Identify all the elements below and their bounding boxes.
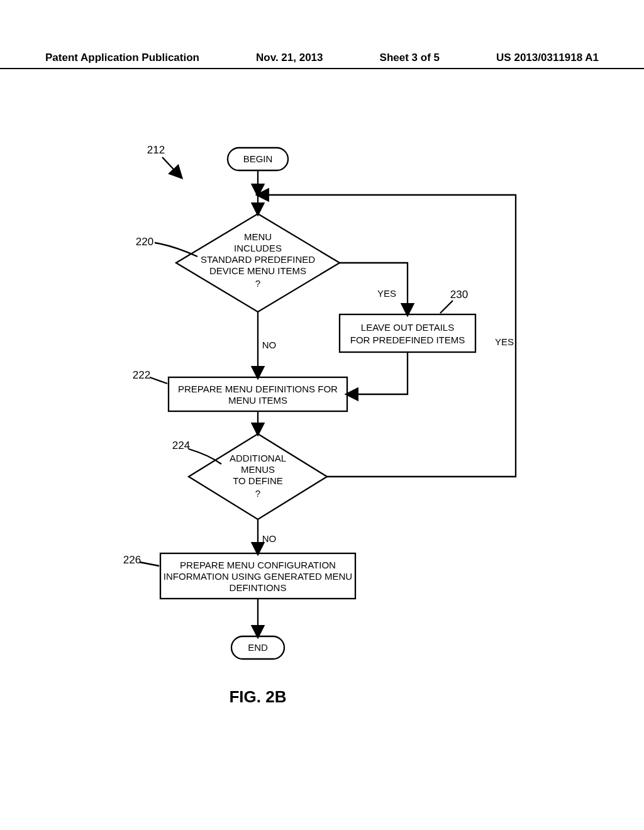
node-begin-label: BEGIN	[243, 153, 273, 164]
ref-224: 224	[172, 440, 190, 451]
p226-l1: PREPARE MENU CONFIGURATION	[180, 560, 336, 570]
p222-l2: MENU ITEMS	[228, 395, 287, 406]
ref-220: 220	[136, 236, 153, 248]
d224-l2: MENUS	[241, 464, 275, 475]
header-date: Nov. 21, 2013	[256, 52, 323, 64]
edge-d220-yes	[340, 263, 408, 314]
page: Patent Application Publication Nov. 21, …	[0, 0, 644, 830]
ref-230: 230	[450, 289, 468, 301]
d224-no-label: NO	[262, 533, 277, 544]
header-pubno: US 2013/0311918 A1	[496, 52, 599, 64]
p230-l1: LEAVE OUT DETAILS	[361, 322, 454, 333]
ref-220-leader	[155, 243, 197, 257]
p226-l2: INFORMATION USING GENERATED MENU	[164, 571, 352, 582]
d224-l1: ADDITIONAL	[230, 453, 286, 463]
ref-230-leader	[440, 301, 453, 313]
page-header: Patent Application Publication Nov. 21, …	[0, 52, 644, 69]
d220-yes-label: YES	[377, 288, 396, 299]
edge-230-to-222	[347, 352, 408, 394]
ref-226-leader	[140, 562, 159, 566]
d220-l5: ?	[255, 278, 260, 289]
d220-l4: DEVICE MENU ITEMS	[209, 265, 306, 276]
flowchart: BEGIN 212 MENU INCLUDES STANDARD PREDEFI…	[0, 126, 644, 729]
node-process-230	[340, 314, 475, 352]
figure-caption: FIG. 2B	[229, 687, 286, 706]
d224-l3: TO DEFINE	[233, 475, 283, 486]
d224-l4: ?	[255, 488, 260, 499]
ref-224-leader	[189, 449, 221, 464]
d220-l3: STANDARD PREDEFINED	[201, 254, 315, 265]
ref-212-leader	[162, 157, 181, 177]
d220-l1: MENU	[244, 231, 272, 242]
d220-l2: INCLUDES	[234, 243, 282, 253]
d220-no-label: NO	[262, 340, 277, 350]
node-end-label: END	[248, 642, 268, 653]
p230-l2: FOR PREDEFINED ITEMS	[350, 335, 465, 345]
p226-l3: DEFINTIONS	[230, 582, 287, 593]
header-sheet: Sheet 3 of 5	[380, 52, 440, 64]
ref-222: 222	[133, 369, 150, 381]
p222-l1: PREPARE MENU DEFINITIONS FOR	[178, 384, 338, 394]
ref-226: 226	[123, 554, 141, 566]
ref-212: 212	[147, 144, 165, 156]
header-left: Patent Application Publication	[45, 52, 199, 64]
d224-yes-label: YES	[495, 336, 514, 347]
ref-222-leader	[150, 377, 167, 384]
